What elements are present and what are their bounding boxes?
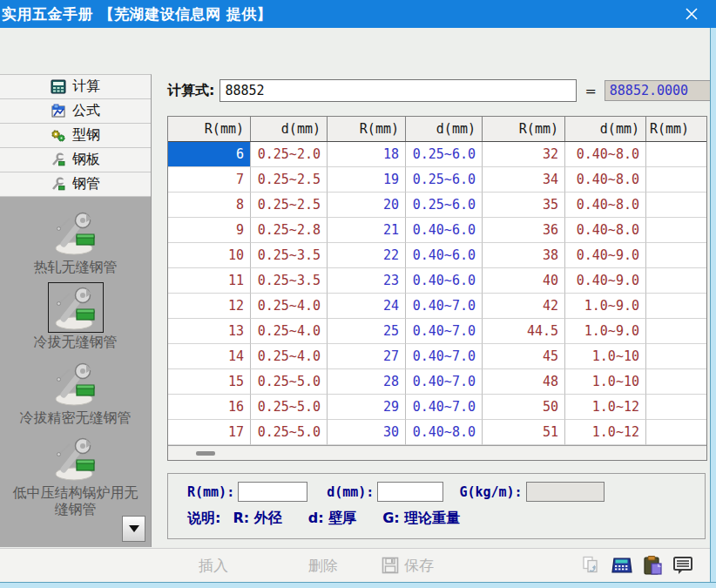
nav-button-calc[interactable]: 计算 [0,75,151,99]
table-cell[interactable]: 0.40~7.0 [406,319,483,344]
table-cell[interactable]: 0.40~9.0 [565,268,646,294]
table-cell[interactable]: 30 [328,420,406,445]
table-cell[interactable]: 35 [483,193,565,218]
table-cell[interactable]: 0.25~2.5 [251,167,328,193]
table-cell[interactable]: 0.25~2.5 [251,193,328,218]
table-cell[interactable]: 8 [168,193,251,218]
table-cell[interactable] [646,369,706,395]
table-cell[interactable]: 28 [328,369,406,395]
table-cell[interactable]: 0.40~8.0 [565,142,646,167]
table-cell[interactable]: 16 [168,395,251,420]
scrollbar-thumb[interactable] [196,451,215,456]
table-cell[interactable] [646,344,706,369]
table-cell[interactable]: 48 [483,369,565,395]
delete-button[interactable]: 删除 [308,556,338,576]
close-button[interactable] [674,0,709,28]
table-cell[interactable] [646,268,706,294]
table-cell[interactable]: 0.40~8.0 [565,167,646,193]
table-cell[interactable] [646,395,706,420]
table-cell[interactable] [646,218,706,243]
table-cell[interactable]: 1.0~12 [565,420,646,445]
table-cell[interactable]: 10 [168,243,251,268]
comment-button[interactable] [672,554,694,577]
table-cell[interactable]: 0.25~5.0 [251,369,328,395]
table-cell[interactable]: 0.40~7.0 [406,395,483,420]
table-cell[interactable]: 0.25~6.0 [406,193,483,218]
save-button[interactable]: 保存 [382,556,434,576]
table-cell[interactable] [646,193,706,218]
table-cell[interactable]: 38 [483,243,565,268]
table-cell[interactable] [646,294,706,319]
table-cell[interactable]: 22 [328,243,406,268]
calculator-button[interactable] [611,554,633,577]
table-cell[interactable]: 0.40~8.0 [565,218,646,243]
table-cell[interactable]: 21 [328,218,406,243]
table-cell[interactable] [646,319,706,344]
table-cell[interactable]: 36 [483,218,565,243]
clipboard-paste-button[interactable] [641,554,664,577]
table-cell[interactable]: 0.40~9.0 [565,243,646,268]
table-cell[interactable]: 0.40~6.0 [406,268,483,294]
table-cell[interactable]: 34 [483,167,565,193]
table-cell[interactable]: 15 [168,369,251,395]
table-cell[interactable]: 11 [168,268,251,294]
table-cell[interactable]: 44.5 [483,319,565,344]
table-cell[interactable]: 0.40~6.0 [406,243,483,268]
copy-button[interactable] [580,554,603,577]
table-cell[interactable]: 51 [483,420,565,445]
table-cell[interactable]: 20 [328,193,406,218]
table-cell[interactable]: 17 [168,420,251,445]
table-cell[interactable]: 1.0~10 [565,344,646,369]
table-cell[interactable]: 29 [328,395,406,420]
table-cell[interactable]: 1.0~10 [565,369,646,395]
table-cell[interactable]: 32 [483,142,565,167]
table-cell[interactable]: 0.40~6.0 [406,218,483,243]
table-cell[interactable]: 0.25~2.8 [251,218,328,243]
table-cell[interactable]: 0.40~7.0 [406,369,483,395]
pipe-type-cold-drawn-precision[interactable]: 冷拔精密无缝钢管 [11,358,140,426]
table-cell[interactable]: 0.25~4.0 [251,294,328,319]
table-cell[interactable]: 27 [328,344,406,369]
r-input[interactable] [238,482,307,502]
table-cell[interactable]: 40 [483,268,565,294]
pipe-type-cold-drawn[interactable]: 冷拔无缝钢管 [11,282,140,350]
insert-button[interactable]: 插入 [199,556,228,576]
table-cell[interactable]: 0.40~7.0 [406,294,483,319]
table-cell[interactable]: 9 [168,218,251,243]
pipe-type-boiler[interactable]: 低中压结构锅炉用无缝钢管 [11,433,140,517]
table-cell[interactable] [646,167,706,193]
table-cell[interactable]: 7 [168,167,251,193]
table-cell[interactable] [646,142,706,167]
table-cell[interactable]: 0.40~7.0 [406,344,483,369]
table-cell[interactable]: 1.0~12 [565,395,646,420]
table-cell[interactable]: 50 [483,395,565,420]
table-cell[interactable]: 0.25~6.0 [406,142,483,167]
nav-button-section-steel[interactable]: 型钢 [0,124,151,148]
table-cell[interactable]: 1.0~9.0 [565,319,646,344]
table-cell[interactable] [646,420,706,445]
table-cell[interactable]: 0.40~8.0 [406,420,483,445]
table-cell[interactable]: 25 [328,319,406,344]
horizontal-scrollbar[interactable] [168,445,706,460]
table-cell[interactable]: 0.25~2.0 [251,142,328,167]
table-cell[interactable]: 1.0~9.0 [565,294,646,319]
table-cell[interactable]: 6 [168,142,251,167]
table-cell[interactable]: 12 [168,294,251,319]
pipe-type-hot-rolled[interactable]: 热轧无缝钢管 [11,207,140,275]
table-cell[interactable]: 13 [168,319,251,344]
pipe-list-scroll-down-button[interactable] [122,516,145,542]
table-cell[interactable]: 18 [328,142,406,167]
table-cell[interactable]: 45 [483,344,565,369]
table-cell[interactable]: 23 [328,268,406,294]
table-cell[interactable]: 24 [328,294,406,319]
table-cell[interactable]: 42 [483,294,565,319]
nav-button-steel-plate[interactable]: 钢板 [0,148,151,172]
table-cell[interactable] [646,243,706,268]
table-cell[interactable]: 0.25~5.0 [251,420,328,445]
table-cell[interactable]: 0.25~3.5 [251,243,328,268]
d-input[interactable] [377,482,443,502]
table-cell[interactable]: 0.25~4.0 [251,319,328,344]
table-cell[interactable]: 0.25~4.0 [251,344,328,369]
table-cell[interactable]: 0.40~8.0 [565,193,646,218]
table-cell[interactable]: 19 [328,167,406,193]
